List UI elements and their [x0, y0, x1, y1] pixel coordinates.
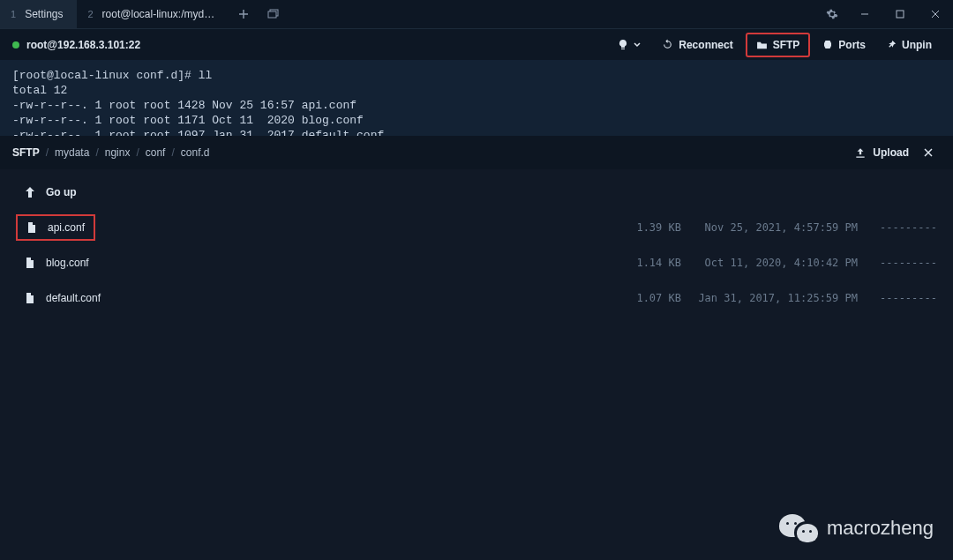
file-name: default.conf: [46, 292, 101, 304]
tab-settings[interactable]: 1 Settings: [0, 0, 77, 28]
settings-gear-icon[interactable]: [817, 0, 847, 28]
watermark-text: macrozheng: [827, 517, 934, 540]
file-date: Nov 25, 2021, 4:57:59 PM: [681, 221, 858, 234]
new-tab-button[interactable]: [229, 0, 259, 28]
file-row[interactable]: blog.conf 1.14 KB Oct 11, 2020, 4:10:42 …: [0, 245, 953, 280]
file-size: 1.07 KB: [593, 292, 681, 304]
tab-label: Settings: [25, 8, 63, 20]
window-close-button[interactable]: [918, 0, 953, 28]
ports-button[interactable]: Ports: [814, 34, 874, 56]
file-perm: ---------: [858, 292, 937, 304]
upload-label: Upload: [873, 146, 909, 159]
ports-label: Ports: [838, 39, 866, 51]
tab-index: 2: [87, 9, 93, 19]
tab-label: root@local-linux:/myd…: [102, 8, 215, 20]
restore-tabs-button[interactable]: [259, 0, 289, 28]
breadcrumb-part[interactable]: mydata: [55, 146, 89, 159]
go-up-row[interactable]: Go up: [0, 175, 953, 210]
file-name: api.conf: [48, 221, 85, 234]
breadcrumb-part[interactable]: nginx: [105, 146, 131, 159]
connection-status-dot: [12, 41, 19, 49]
breadcrumb-sep: /: [136, 146, 139, 159]
breadcrumb-part[interactable]: conf.d: [181, 146, 210, 159]
breadcrumb-part[interactable]: conf: [146, 146, 166, 159]
go-up-label: Go up: [46, 186, 77, 198]
connection-host[interactable]: root@192.168.3.101:22: [26, 39, 140, 51]
breadcrumb-sep: /: [46, 146, 49, 159]
titlebar: 1 Settings 2 root@local-linux:/myd…: [0, 0, 953, 28]
window-minimize-button[interactable]: [847, 0, 882, 28]
file-size: 1.14 KB: [593, 257, 681, 269]
file-date: Jan 31, 2017, 11:25:59 PM: [681, 292, 858, 304]
go-up-icon: [25, 186, 35, 198]
watermark: macrozheng: [779, 512, 934, 544]
file-row[interactable]: api.conf 1.39 KB Nov 25, 2021, 4:57:59 P…: [0, 210, 953, 245]
file-perm: ---------: [858, 257, 937, 269]
file-name: blog.conf: [46, 257, 89, 269]
svg-rect-2: [897, 11, 904, 18]
close-panel-button[interactable]: [916, 144, 941, 161]
sftp-label: SFTP: [773, 39, 800, 51]
file-icon: [26, 221, 37, 234]
wechat-icon: [779, 512, 818, 544]
light-button[interactable]: [609, 34, 649, 56]
reconnect-button[interactable]: Reconnect: [653, 34, 741, 56]
file-row[interactable]: default.conf 1.07 KB Jan 31, 2017, 11:25…: [0, 280, 953, 316]
breadcrumb-sep: /: [171, 146, 174, 159]
upload-button[interactable]: Upload: [847, 143, 916, 162]
unpin-button[interactable]: Unpin: [878, 34, 941, 56]
unpin-label: Unpin: [902, 39, 932, 51]
tab-terminal[interactable]: 2 root@local-linux:/myd…: [77, 0, 229, 28]
file-icon: [25, 257, 35, 269]
svg-rect-1: [268, 11, 276, 18]
file-size: 1.39 KB: [593, 221, 681, 234]
breadcrumb-sep: /: [95, 146, 98, 159]
sftp-breadcrumb-bar: SFTP / mydata / nginx / conf / conf.d Up…: [0, 136, 953, 169]
sftp-button[interactable]: SFTP: [746, 33, 811, 57]
terminal-output[interactable]: [root@local-linux conf.d]# ll total 12 -…: [0, 60, 953, 136]
connection-bar: root@192.168.3.101:22 Reconnect SFTP Por…: [0, 28, 953, 60]
window-maximize-button[interactable]: [882, 0, 918, 28]
file-panel: Go up api.conf 1.39 KB Nov 25, 2021, 4:5…: [0, 169, 953, 321]
tab-index: 1: [11, 9, 16, 19]
file-date: Oct 11, 2020, 4:10:42 PM: [681, 257, 858, 269]
file-perm: ---------: [858, 221, 937, 234]
breadcrumb-root[interactable]: SFTP: [12, 146, 40, 159]
reconnect-label: Reconnect: [679, 39, 732, 51]
file-icon: [25, 292, 35, 304]
